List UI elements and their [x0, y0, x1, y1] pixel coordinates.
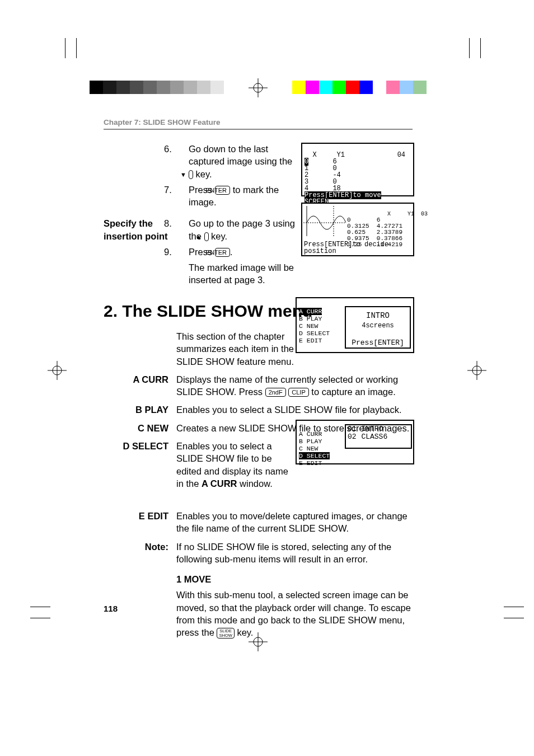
- note-text: If no SLIDE SHOW file is stored, selecti…: [176, 541, 413, 566]
- item-a-text: Displays the name of the currently selec…: [176, 373, 413, 398]
- registration-mark-icon: [48, 361, 67, 380]
- page-number: 118: [104, 603, 118, 614]
- second-f-key: 2ndF: [265, 388, 286, 397]
- up-arrow-key: ▲: [204, 232, 209, 241]
- enter-key: ENTER: [215, 186, 230, 195]
- item-a-label: A CURR: [104, 373, 176, 398]
- step-7: 7.Press ENTER to mark the image.: [176, 184, 297, 209]
- enter-key: ENTER: [215, 248, 230, 257]
- note-label: Note:: [104, 541, 176, 566]
- move-heading: 1 MOVE: [176, 573, 413, 585]
- item-c-label: C NEW: [104, 422, 176, 434]
- step-6: 6.Go down to the last captured image usi…: [176, 143, 297, 180]
- slide-show-key: SLIDESHOW: [217, 628, 234, 638]
- grayscale-bar: [90, 81, 224, 94]
- header-divider: [104, 129, 413, 130]
- item-e-label: E EDIT: [104, 510, 176, 535]
- item-d-text: Enables you to select a SLIDE SHOW file …: [176, 440, 294, 490]
- item-d-label: D SELECT: [104, 440, 176, 490]
- step-8: 8.Go up to the page 3 using the ▲ key.: [176, 217, 297, 242]
- figure-graph-decide: X Y1 03 0 6 0.3125 4.27271 0.625 2.33789…: [301, 203, 414, 256]
- registration-mark-icon: [249, 78, 268, 97]
- move-body: With this sub-menu tool, a selected scre…: [176, 589, 413, 638]
- figure-menu-select: A CURR B PLAY C NEW D SELECT E EDIT 01 0…: [296, 420, 414, 464]
- item-b-text: Enables you to select a SLIDE SHOW file …: [176, 403, 413, 416]
- clip-key: CLIP: [288, 388, 308, 397]
- step-9: 9.Press ENTER.: [176, 246, 297, 258]
- figure-table-move: X Y1 04 0 6 1 0 2 -4 3 0 4 18 Press[ENTE…: [301, 143, 414, 196]
- item-b-label: B PLAY: [104, 403, 176, 416]
- down-arrow-key: ▼: [189, 170, 193, 179]
- figure-menu-intro: A CURR B PLAY C NEW D SELECT E EDIT INTR…: [296, 297, 414, 353]
- color-bar: [292, 81, 427, 94]
- step-9-result: The marked image will be inserted at pag…: [176, 261, 297, 287]
- chapter-header: Chapter 7: SLIDE SHOW Feature: [104, 118, 221, 128]
- registration-mark-icon: [467, 361, 486, 380]
- item-e-text: Enables you to move/delete captured imag…: [176, 510, 413, 535]
- section-intro: This section of the chapter summarizes e…: [176, 330, 294, 368]
